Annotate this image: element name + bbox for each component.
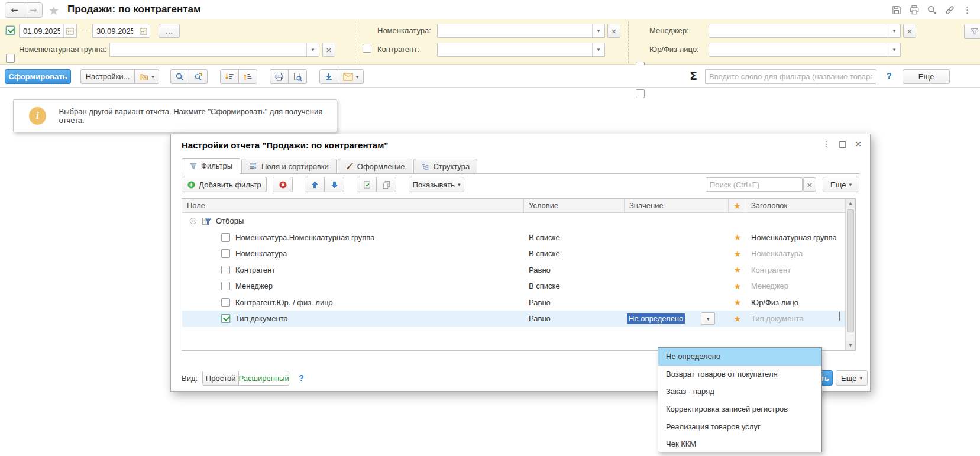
period-options-button[interactable]: ... <box>159 24 180 38</box>
settings-button[interactable]: Настройки... <box>80 69 135 84</box>
dropdown-item[interactable]: Реализация товаров услуг <box>658 418 821 435</box>
print-button[interactable] <box>270 69 289 84</box>
help-icon[interactable]: ? <box>887 71 892 80</box>
table-group-row[interactable]: Отборы <box>182 213 855 229</box>
tab-fields-sorting[interactable]: Поля и сортировки <box>241 159 337 174</box>
footer-more-button[interactable]: Еще ▾ <box>836 370 868 386</box>
sort-descending-button[interactable] <box>220 69 239 84</box>
dialog-help-icon[interactable]: ? <box>299 373 304 383</box>
dropdown-item[interactable]: Чек ККМ <box>658 435 821 453</box>
move-up-button[interactable] <box>305 177 325 192</box>
forward-button[interactable]: → <box>24 3 42 17</box>
show-menu-button[interactable]: Показывать ▾ <box>409 177 464 192</box>
filter-row[interactable]: Номенклатура.Номенклатурная группа В спи… <box>182 229 855 246</box>
delete-filter-button[interactable] <box>273 177 293 192</box>
filter-row[interactable]: Контрагент Равно ★ Контрагент <box>182 262 855 279</box>
filter-row[interactable]: Контрагент.Юр. / физ. лицо Равно ★ Юр/Фи… <box>182 295 855 311</box>
entity-checkbox[interactable] <box>636 89 645 98</box>
save-report-button[interactable] <box>319 69 338 84</box>
find-icon[interactable] <box>926 4 937 15</box>
print-icon[interactable] <box>908 4 920 15</box>
dropdown-item[interactable]: Не определено <box>658 348 821 366</box>
row-checkbox[interactable] <box>221 282 230 290</box>
print-preview-button[interactable] <box>288 69 307 84</box>
dropdown-item[interactable]: Заказ - наряд <box>658 383 821 400</box>
chevron-down-icon[interactable]: ▾ <box>306 43 319 56</box>
quick-filter-input[interactable] <box>706 70 876 83</box>
star-icon[interactable]: ★ <box>734 266 742 274</box>
collapse-icon[interactable] <box>189 217 197 225</box>
dialog-menu-icon[interactable]: ⋮ <box>822 139 830 148</box>
nomenclature-checkbox[interactable] <box>363 44 371 53</box>
counterparty-input[interactable] <box>438 43 592 56</box>
period-from-input[interactable] <box>20 24 63 37</box>
nomenclature-group-clear-button[interactable]: × <box>322 43 335 57</box>
sigma-totals-icon[interactable]: Σ <box>690 69 697 82</box>
scrollbar-thumb[interactable] <box>847 209 854 332</box>
nomenclature-group-input[interactable] <box>110 43 306 56</box>
generate-button[interactable]: Сформировать <box>5 69 71 84</box>
filter-row-selected[interactable]: Тип документа Равно Не определено ▾ ★ Ти… <box>182 311 855 327</box>
nomenclature-clear-button[interactable]: × <box>607 24 620 38</box>
chevron-down-icon[interactable]: ▾ <box>592 24 604 37</box>
dialog-close-icon[interactable]: × <box>855 139 862 148</box>
scroll-up-icon[interactable]: ▲ <box>846 199 855 208</box>
tab-filters[interactable]: Фильтры <box>182 158 240 174</box>
dialog-maximize-icon[interactable]: □ <box>839 139 846 148</box>
row-checkbox[interactable] <box>221 233 230 242</box>
chevron-down-icon[interactable]: ▾ <box>888 24 900 37</box>
dropdown-item[interactable]: Корректировка записей регистров <box>658 400 821 418</box>
save-icon[interactable] <box>891 4 902 15</box>
star-icon[interactable]: ★ <box>734 233 742 241</box>
tab-appearance[interactable]: Оформление <box>338 159 413 174</box>
chevron-down-icon[interactable]: ▾ <box>592 43 604 56</box>
chevron-down-icon[interactable]: ▾ <box>888 43 900 56</box>
row-checkbox[interactable] <box>221 298 230 307</box>
more-menu-icon[interactable]: ⋮ <box>962 4 973 15</box>
row-checkbox[interactable] <box>221 249 230 258</box>
dialog-more-button[interactable]: Еще ▾ <box>823 177 859 192</box>
dropdown-item[interactable]: Возврат товаров от покупателя <box>658 366 821 383</box>
calendar-icon[interactable] <box>137 24 150 37</box>
row-checkbox[interactable] <box>221 314 230 323</box>
manager-input[interactable] <box>709 24 888 37</box>
envelope-icon <box>343 73 353 81</box>
calendar-icon[interactable] <box>63 24 76 37</box>
toolbar-more-button[interactable]: Еще <box>903 69 950 84</box>
nomenclature-group-checkbox[interactable] <box>6 54 15 63</box>
send-email-button[interactable]: ▾ <box>338 69 364 84</box>
filter-row[interactable]: Менеджер В списке ★ Менеджер <box>182 278 855 295</box>
table-scrollbar[interactable]: ▲ ▼ <box>845 199 855 350</box>
manager-clear-button[interactable]: × <box>903 24 916 38</box>
period-checkbox[interactable] <box>6 26 15 35</box>
link-icon[interactable] <box>944 4 955 15</box>
sort-ascending-button[interactable] <box>238 69 257 84</box>
filter-settings-button[interactable] <box>964 24 980 39</box>
favorite-star-icon[interactable]: ★ <box>48 4 59 18</box>
star-icon[interactable]: ★ <box>734 282 742 290</box>
nomenclature-input[interactable] <box>438 24 592 37</box>
value-dropdown-button[interactable]: ▾ <box>701 312 715 325</box>
search-button[interactable] <box>170 69 189 84</box>
period-to-input[interactable] <box>93 24 137 37</box>
view-extended-button[interactable]: Расширенный <box>238 371 289 386</box>
move-down-button[interactable] <box>324 177 344 192</box>
tab-structure[interactable]: Структура <box>413 159 477 174</box>
star-icon[interactable]: ★ <box>734 298 742 306</box>
star-icon[interactable]: ★ <box>734 315 742 323</box>
filter-row[interactable]: Номенклатура В списке ★ Номенклатура <box>182 245 855 262</box>
entity-input[interactable] <box>709 43 888 56</box>
search-next-button[interactable] <box>189 69 208 84</box>
add-filter-button[interactable]: Добавить фильтр <box>182 177 267 192</box>
dialog-search-input[interactable] <box>706 178 802 191</box>
check-all-button[interactable] <box>357 177 377 192</box>
back-button[interactable]: ← <box>5 3 24 17</box>
row-checkbox[interactable] <box>221 266 230 274</box>
star-icon[interactable]: ★ <box>734 250 742 258</box>
report-variants-button[interactable]: ▾ <box>134 69 159 84</box>
value-selected-text[interactable]: Не определено <box>627 313 685 324</box>
view-simple-button[interactable]: Простой <box>202 371 239 386</box>
scroll-down-icon[interactable]: ▼ <box>846 341 855 350</box>
uncheck-all-button[interactable] <box>376 177 396 192</box>
dialog-search-clear-button[interactable]: × <box>803 177 816 192</box>
